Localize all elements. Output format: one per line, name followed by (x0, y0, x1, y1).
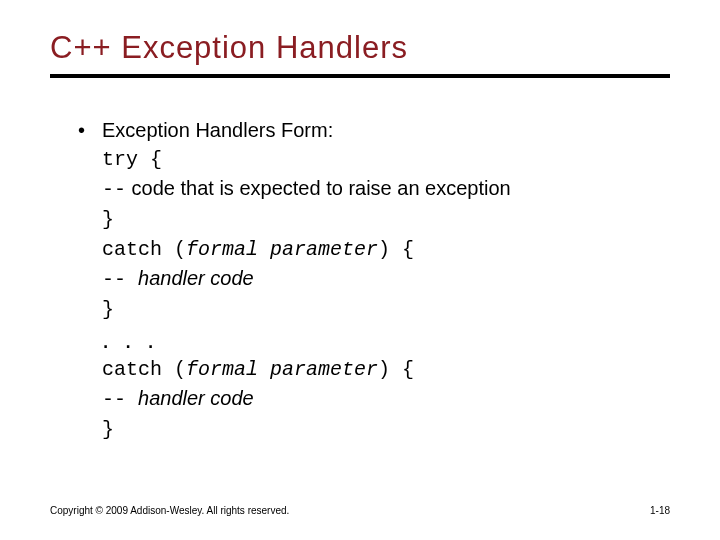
bullet-item: • Exception Handlers Form: (78, 116, 670, 144)
code-param: formal parameter (186, 358, 378, 381)
code-line: } (102, 204, 670, 234)
code-brace: } (102, 298, 114, 321)
code-dashes: -- (102, 268, 138, 291)
code-ellipsis: . . . (102, 324, 670, 354)
code-line: try { (102, 144, 670, 174)
code-line: catch (formal parameter) { (102, 234, 670, 264)
code-brace: } (102, 208, 114, 231)
code-try: try { (102, 148, 162, 171)
slide-title: C++ Exception Handlers (50, 30, 670, 66)
bullet-dot: • (78, 116, 102, 144)
slide-body: • Exception Handlers Form: try { -- code… (50, 116, 670, 444)
code-line: -- handler code (102, 264, 670, 294)
code-paren-brace: ) { (378, 238, 414, 261)
code-brace: } (102, 418, 114, 441)
code-line: } (102, 294, 670, 324)
code-handler: handler code (138, 267, 254, 289)
code-comment: code that is expected to raise an except… (126, 177, 511, 199)
page-number: 1-18 (650, 505, 670, 516)
code-line: -- handler code (102, 384, 670, 414)
code-paren-brace: ) { (378, 358, 414, 381)
code-dashes: -- (102, 388, 138, 411)
code-line: } (102, 414, 670, 444)
code-catch: catch ( (102, 358, 186, 381)
code-catch: catch ( (102, 238, 186, 261)
code-line: catch (formal parameter) { (102, 354, 670, 384)
code-param: formal parameter (186, 238, 378, 261)
code-line: -- code that is expected to raise an exc… (102, 174, 670, 204)
title-rule (50, 74, 670, 78)
code-handler: handler code (138, 387, 254, 409)
bullet-text: Exception Handlers Form: (102, 116, 333, 144)
code-dashes: -- (102, 178, 126, 201)
copyright-footer: Copyright © 2009 Addison-Wesley. All rig… (50, 505, 289, 516)
slide: C++ Exception Handlers • Exception Handl… (0, 0, 720, 540)
code-block: try { -- code that is expected to raise … (78, 144, 670, 444)
